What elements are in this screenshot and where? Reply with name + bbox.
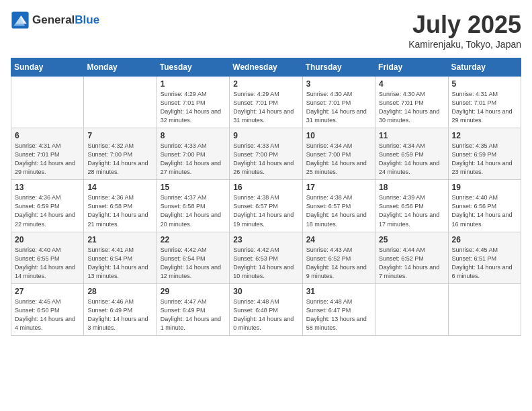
page-header: GeneralBlue July 2025 Kamirenjaku, Tokyo… <box>11 11 521 50</box>
logo-blue: Blue <box>75 13 99 26</box>
calendar-cell: 23Sunrise: 4:42 AM Sunset: 6:53 PM Dayli… <box>230 232 302 283</box>
calendar-cell <box>375 283 448 335</box>
calendar-cell: 17Sunrise: 4:38 AM Sunset: 6:57 PM Dayli… <box>302 180 375 232</box>
day-number: 31 <box>306 287 371 296</box>
day-number: 15 <box>161 183 226 192</box>
day-number: 2 <box>233 79 298 89</box>
day-info: Sunrise: 4:29 AM Sunset: 7:01 PM Dayligh… <box>161 90 226 125</box>
day-number: 27 <box>15 287 80 296</box>
calendar-week-row: 27Sunrise: 4:45 AM Sunset: 6:50 PM Dayli… <box>11 283 521 335</box>
calendar-cell: 2Sunrise: 4:29 AM Sunset: 7:01 PM Daylig… <box>230 77 302 128</box>
calendar-cell: 18Sunrise: 4:39 AM Sunset: 6:56 PM Dayli… <box>375 180 448 232</box>
day-info: Sunrise: 4:31 AM Sunset: 7:01 PM Dayligh… <box>15 142 80 177</box>
day-info: Sunrise: 4:42 AM Sunset: 6:53 PM Dayligh… <box>233 246 298 281</box>
day-info: Sunrise: 4:36 AM Sunset: 6:59 PM Dayligh… <box>15 193 80 228</box>
day-info: Sunrise: 4:47 AM Sunset: 6:49 PM Dayligh… <box>161 298 226 332</box>
day-of-week-header: Sunday <box>11 58 84 77</box>
day-info: Sunrise: 4:33 AM Sunset: 7:00 PM Dayligh… <box>161 142 226 177</box>
day-info: Sunrise: 4:41 AM Sunset: 6:54 PM Dayligh… <box>87 246 152 281</box>
calendar-cell: 19Sunrise: 4:40 AM Sunset: 6:56 PM Dayli… <box>448 180 521 232</box>
day-number: 8 <box>161 131 226 140</box>
calendar-cell: 20Sunrise: 4:40 AM Sunset: 6:55 PM Dayli… <box>11 232 84 283</box>
day-info: Sunrise: 4:39 AM Sunset: 6:56 PM Dayligh… <box>379 193 444 228</box>
calendar-cell <box>11 77 84 128</box>
day-number: 21 <box>87 235 152 244</box>
day-of-week-header: Friday <box>375 58 448 77</box>
title-block: July 2025 Kamirenjaku, Tokyo, Japan <box>408 11 521 50</box>
calendar-cell: 4Sunrise: 4:30 AM Sunset: 7:01 PM Daylig… <box>375 77 448 128</box>
calendar-cell <box>448 283 521 335</box>
day-info: Sunrise: 4:40 AM Sunset: 6:55 PM Dayligh… <box>15 246 80 281</box>
day-number: 26 <box>452 235 517 244</box>
calendar-cell: 27Sunrise: 4:45 AM Sunset: 6:50 PM Dayli… <box>11 283 84 335</box>
day-info: Sunrise: 4:44 AM Sunset: 6:52 PM Dayligh… <box>379 246 444 281</box>
day-number: 4 <box>379 79 444 89</box>
day-number: 19 <box>452 183 517 192</box>
calendar-cell: 26Sunrise: 4:45 AM Sunset: 6:51 PM Dayli… <box>448 232 521 283</box>
day-number: 18 <box>379 183 444 192</box>
day-number: 17 <box>306 183 371 192</box>
day-info: Sunrise: 4:45 AM Sunset: 6:50 PM Dayligh… <box>15 298 80 332</box>
logo-general: General <box>32 13 75 26</box>
day-number: 9 <box>233 131 298 140</box>
day-number: 6 <box>15 131 80 140</box>
day-number: 28 <box>87 287 152 296</box>
day-number: 24 <box>306 235 371 244</box>
location-title: Kamirenjaku, Tokyo, Japan <box>408 39 521 50</box>
calendar-cell: 10Sunrise: 4:34 AM Sunset: 7:00 PM Dayli… <box>302 128 375 180</box>
calendar-header-row: SundayMondayTuesdayWednesdayThursdayFrid… <box>11 58 521 77</box>
day-number: 25 <box>379 235 444 244</box>
day-info: Sunrise: 4:31 AM Sunset: 7:01 PM Dayligh… <box>452 90 517 125</box>
calendar-cell: 21Sunrise: 4:41 AM Sunset: 6:54 PM Dayli… <box>84 232 157 283</box>
day-number: 22 <box>161 235 226 244</box>
calendar-cell: 14Sunrise: 4:36 AM Sunset: 6:58 PM Dayli… <box>84 180 157 232</box>
calendar-cell: 28Sunrise: 4:46 AM Sunset: 6:49 PM Dayli… <box>84 283 157 335</box>
day-number: 1 <box>161 79 226 89</box>
day-number: 12 <box>452 131 517 140</box>
calendar-week-row: 20Sunrise: 4:40 AM Sunset: 6:55 PM Dayli… <box>11 232 521 283</box>
logo: GeneralBlue <box>11 11 99 30</box>
day-number: 3 <box>306 79 371 89</box>
logo-icon <box>11 11 30 30</box>
logo-text: GeneralBlue <box>32 13 99 27</box>
calendar-cell: 24Sunrise: 4:43 AM Sunset: 6:52 PM Dayli… <box>302 232 375 283</box>
calendar: SundayMondayTuesdayWednesdayThursdayFrid… <box>11 58 521 336</box>
day-info: Sunrise: 4:40 AM Sunset: 6:56 PM Dayligh… <box>452 193 517 228</box>
day-info: Sunrise: 4:42 AM Sunset: 6:54 PM Dayligh… <box>161 246 226 281</box>
day-info: Sunrise: 4:46 AM Sunset: 6:49 PM Dayligh… <box>87 298 152 332</box>
calendar-cell <box>84 77 157 128</box>
day-number: 11 <box>379 131 444 140</box>
calendar-cell: 5Sunrise: 4:31 AM Sunset: 7:01 PM Daylig… <box>448 77 521 128</box>
day-info: Sunrise: 4:33 AM Sunset: 7:00 PM Dayligh… <box>233 142 298 177</box>
day-of-week-header: Monday <box>84 58 157 77</box>
day-number: 7 <box>87 131 152 140</box>
day-of-week-header: Saturday <box>448 58 521 77</box>
calendar-cell: 29Sunrise: 4:47 AM Sunset: 6:49 PM Dayli… <box>157 283 229 335</box>
day-number: 23 <box>233 235 298 244</box>
calendar-cell: 9Sunrise: 4:33 AM Sunset: 7:00 PM Daylig… <box>230 128 302 180</box>
calendar-week-row: 13Sunrise: 4:36 AM Sunset: 6:59 PM Dayli… <box>11 180 521 232</box>
day-number: 30 <box>233 287 298 296</box>
day-info: Sunrise: 4:45 AM Sunset: 6:51 PM Dayligh… <box>452 246 517 281</box>
day-info: Sunrise: 4:38 AM Sunset: 6:57 PM Dayligh… <box>306 193 371 228</box>
day-of-week-header: Thursday <box>302 58 375 77</box>
calendar-cell: 1Sunrise: 4:29 AM Sunset: 7:01 PM Daylig… <box>157 77 229 128</box>
calendar-cell: 15Sunrise: 4:37 AM Sunset: 6:58 PM Dayli… <box>157 180 229 232</box>
calendar-cell: 3Sunrise: 4:30 AM Sunset: 7:01 PM Daylig… <box>302 77 375 128</box>
day-info: Sunrise: 4:36 AM Sunset: 6:58 PM Dayligh… <box>87 193 152 228</box>
day-number: 29 <box>161 287 226 296</box>
calendar-cell: 13Sunrise: 4:36 AM Sunset: 6:59 PM Dayli… <box>11 180 84 232</box>
day-info: Sunrise: 4:38 AM Sunset: 6:57 PM Dayligh… <box>233 193 298 228</box>
day-info: Sunrise: 4:34 AM Sunset: 6:59 PM Dayligh… <box>379 142 444 177</box>
day-number: 10 <box>306 131 371 140</box>
day-number: 5 <box>452 79 517 89</box>
day-info: Sunrise: 4:43 AM Sunset: 6:52 PM Dayligh… <box>306 246 371 281</box>
calendar-cell: 25Sunrise: 4:44 AM Sunset: 6:52 PM Dayli… <box>375 232 448 283</box>
day-number: 14 <box>87 183 152 192</box>
calendar-cell: 6Sunrise: 4:31 AM Sunset: 7:01 PM Daylig… <box>11 128 84 180</box>
day-info: Sunrise: 4:35 AM Sunset: 6:59 PM Dayligh… <box>452 142 517 177</box>
calendar-cell: 16Sunrise: 4:38 AM Sunset: 6:57 PM Dayli… <box>230 180 302 232</box>
calendar-cell: 12Sunrise: 4:35 AM Sunset: 6:59 PM Dayli… <box>448 128 521 180</box>
calendar-week-row: 1Sunrise: 4:29 AM Sunset: 7:01 PM Daylig… <box>11 77 521 128</box>
day-info: Sunrise: 4:32 AM Sunset: 7:00 PM Dayligh… <box>87 142 152 177</box>
